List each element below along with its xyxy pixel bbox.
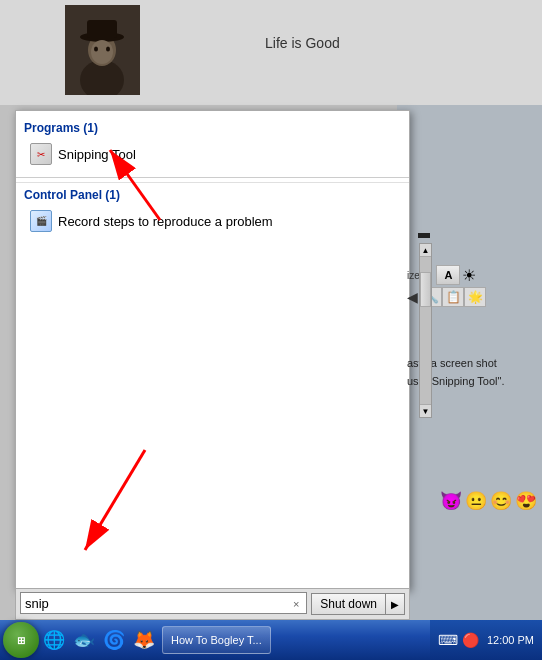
scrollbar-thumb[interactable] xyxy=(420,272,431,307)
clear-search-button[interactable]: × xyxy=(288,596,304,612)
search-bar: × Shut down ▶ xyxy=(15,588,410,620)
snipping-tool-label: Snipping Tool xyxy=(58,147,136,162)
search-input-wrapper: × xyxy=(20,592,307,616)
start-menu: Programs (1) ✂ Snipping Tool Control Pan… xyxy=(15,110,410,590)
firefox-icon[interactable]: 🦊 xyxy=(132,628,156,652)
sun-icon: ☀ xyxy=(462,266,476,285)
emoji-2: 😐 xyxy=(465,490,487,512)
right-scrollbar[interactable]: ▲ ▼ xyxy=(419,243,432,418)
icon-btn-2[interactable]: 📋 xyxy=(442,287,464,307)
ie-icon[interactable]: 🌐 xyxy=(42,628,66,652)
programs-header: Programs (1) xyxy=(24,121,401,135)
user-avatar-svg xyxy=(65,5,140,95)
snipping-tool-item[interactable]: ✂ Snipping Tool xyxy=(24,140,401,168)
emoji-3: 😊 xyxy=(490,490,512,512)
black-bar xyxy=(418,233,430,238)
search-input[interactable] xyxy=(20,592,307,614)
scrollbar-down-arrow[interactable]: ▼ xyxy=(420,404,431,417)
scrollbar-up-arrow[interactable]: ▲ xyxy=(420,244,431,257)
clock-time: 12:00 PM xyxy=(487,634,534,646)
user-area: Life is Good xyxy=(0,0,542,105)
font-a-button[interactable]: A xyxy=(436,265,460,285)
record-steps-icon: 🎬 xyxy=(30,210,52,232)
svg-point-8 xyxy=(106,47,110,52)
fish-icon[interactable]: 🐟 xyxy=(72,628,96,652)
emoji-1: 😈 xyxy=(440,490,462,512)
emoji-row: 😈 😐 😊 😍 xyxy=(440,490,537,512)
control-panel-section: Control Panel (1) 🎬 Record steps to repr… xyxy=(16,182,409,240)
taskbar-item-label: How To Bogley T... xyxy=(171,634,262,646)
shutdown-arrow-button[interactable]: ▶ xyxy=(386,593,405,615)
clock: 12:00 PM xyxy=(487,634,534,646)
svg-point-6 xyxy=(91,40,113,64)
svg-rect-5 xyxy=(87,20,117,38)
control-panel-header: Control Panel (1) xyxy=(24,188,401,202)
svg-point-7 xyxy=(94,47,98,52)
record-steps-label: Record steps to reproduce a problem xyxy=(58,214,273,229)
keyboard-icon[interactable]: ⌨ xyxy=(438,632,458,648)
snipping-tool-icon: ✂ xyxy=(30,143,52,165)
shutdown-button[interactable]: Shut down xyxy=(311,593,386,615)
user-status: Life is Good xyxy=(265,35,340,51)
taskbar-item-bogley[interactable]: How To Bogley T... xyxy=(162,626,271,654)
arrow-left-icon: ◀ xyxy=(407,289,418,305)
emoji-4: 😍 xyxy=(515,490,537,512)
divider-1 xyxy=(16,177,409,178)
programs-section: Programs (1) ✂ Snipping Tool xyxy=(16,111,409,173)
swirl-icon[interactable]: 🌀 xyxy=(102,628,126,652)
system-tray: ⌨ 🔴 12:00 PM xyxy=(430,620,542,660)
icon-btn-3[interactable]: 🌟 xyxy=(464,287,486,307)
user-photo xyxy=(65,5,140,95)
taskbar: ⊞ 🌐 🐟 🌀 🦊 How To Bogley T... ⌨ 🔴 12:00 P… xyxy=(0,620,542,660)
start-orb-label: ⊞ xyxy=(17,635,25,646)
record-steps-item[interactable]: 🎬 Record steps to reproduce a problem xyxy=(24,207,401,235)
start-orb[interactable]: ⊞ xyxy=(3,622,39,658)
torrent-icon[interactable]: 🔴 xyxy=(462,632,479,648)
